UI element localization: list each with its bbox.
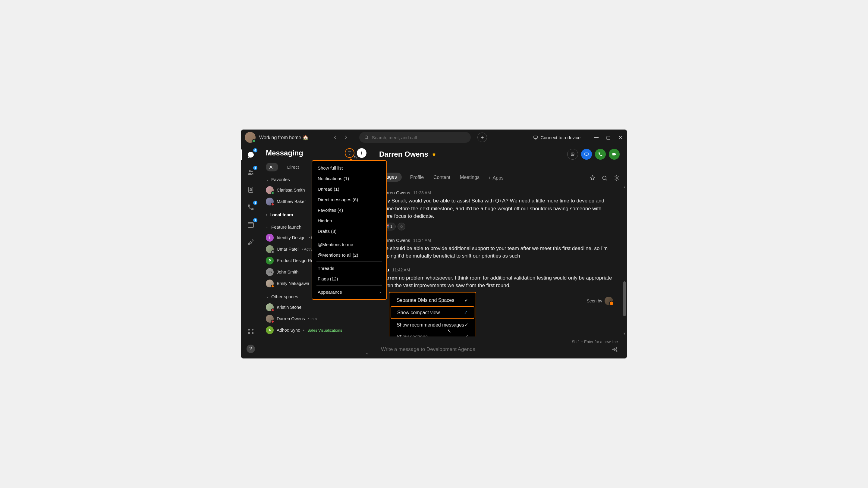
scrollbar[interactable]: ▲ ▼ — [622, 184, 627, 336]
rail-teams[interactable]: 1 — [245, 166, 257, 178]
search-box[interactable] — [359, 132, 471, 143]
menu-direct-messages[interactable]: Direct messages (6) — [312, 194, 386, 205]
tab-meetings[interactable]: Meetings — [459, 172, 481, 184]
check-icon: ✓ — [464, 310, 468, 315]
rail-badge: 1 — [253, 200, 258, 205]
list-item[interactable]: A Adhoc Sync • Sales Visualizations — [260, 324, 372, 336]
search-in-chat-button[interactable] — [601, 175, 608, 181]
maximize-button[interactable]: ▢ — [605, 135, 611, 140]
message-body: Darren no problem whatsoever. I think ro… — [381, 274, 613, 290]
svg-point-5 — [250, 189, 252, 190]
svg-rect-15 — [613, 153, 615, 156]
rail-network[interactable] — [245, 236, 257, 248]
send-button[interactable] — [612, 347, 618, 352]
sidebar-scroll-down[interactable] — [365, 351, 370, 356]
seen-by-avatar[interactable] — [604, 297, 613, 305]
screen-icon — [584, 152, 589, 157]
menu-unread[interactable]: Unread (1) — [312, 184, 386, 194]
tab-content[interactable]: Content — [432, 172, 452, 184]
rail-calendar[interactable]: 1 — [245, 219, 257, 231]
appearance-compact-view[interactable]: Show compact view ✓ — [391, 306, 474, 319]
check-icon: ✓ — [464, 334, 468, 336]
appearance-sections[interactable]: Show sections ✓ — [391, 331, 474, 336]
message-body: We should be able to provide additional … — [381, 245, 613, 260]
search-icon — [601, 175, 608, 181]
chevron-down-icon — [365, 351, 370, 356]
message-list: Darren Owens 11:23 AM Hey Sonali, would … — [372, 184, 622, 336]
nav-rail: 4 1 1 1 ? — [241, 145, 260, 358]
connect-device-button[interactable]: Connect to a device — [533, 135, 581, 140]
menu-threads[interactable]: Threads — [312, 263, 386, 273]
compose-input[interactable] — [381, 347, 607, 352]
list-item[interactable]: Darren Owens • In a — [260, 313, 372, 324]
pin-button[interactable] — [590, 175, 595, 181]
svg-point-17 — [616, 177, 618, 179]
send-icon — [612, 347, 618, 352]
help-icon: ? — [247, 345, 255, 353]
video-call-button[interactable] — [609, 149, 620, 160]
rail-calls[interactable]: 1 — [245, 201, 257, 213]
new-message-button[interactable] — [357, 148, 367, 158]
rail-contacts[interactable] — [245, 184, 257, 196]
svg-rect-12 — [252, 332, 253, 334]
svg-point-3 — [251, 171, 253, 172]
menu-favorites[interactable]: Favorites (4) — [312, 205, 386, 216]
filter-button[interactable] — [345, 148, 354, 158]
message-time: 11:23 AM — [413, 190, 431, 195]
app-window: Working from home 🏠 Connect to a device … — [241, 130, 627, 358]
settings-button[interactable] — [614, 175, 620, 181]
add-app-button[interactable]: + Apps — [488, 175, 504, 181]
chevron-down-icon: ⌄ — [266, 177, 269, 182]
search-input[interactable] — [372, 135, 466, 140]
phone-icon — [598, 152, 603, 157]
menu-hidden[interactable]: Hidden — [312, 216, 386, 226]
composer-hint: Shift + Enter for a new line — [381, 339, 618, 344]
menu-show-full-list[interactable]: Show full list — [312, 163, 386, 173]
rail-help[interactable]: ? — [245, 343, 257, 355]
chevron-down-icon: ⌄ — [266, 295, 269, 299]
menu-mentions-all[interactable]: @Mentions to all (2) — [312, 250, 386, 260]
screen-share-button[interactable] — [581, 149, 592, 160]
rail-badge: 1 — [253, 165, 258, 170]
menu-flags[interactable]: Flags (12) — [312, 273, 386, 284]
appearance-separate-dms[interactable]: Separate DMs and Spaces ✓ — [391, 294, 474, 306]
scroll-down[interactable]: ▼ — [622, 330, 627, 336]
rail-badge: 4 — [253, 148, 258, 153]
forward-button[interactable] — [341, 133, 351, 142]
svg-rect-6 — [248, 223, 253, 227]
window-controls: — ▢ ✕ — [593, 135, 623, 140]
list-item[interactable]: Kristin Stone — [260, 301, 372, 313]
apps-icon — [247, 328, 254, 335]
appearance-recommended[interactable]: Show recommended messages ✓ — [391, 319, 474, 331]
menu-notifications[interactable]: Notifications (1) — [312, 173, 386, 184]
user-avatar[interactable] — [245, 132, 255, 143]
add-button[interactable] — [477, 133, 487, 142]
add-reaction-button[interactable]: ☺ — [398, 223, 405, 230]
message-body: Hey Sonali, would you be able to assist … — [381, 197, 613, 220]
plus-icon: + — [488, 175, 491, 181]
menu-mentions-me[interactable]: @Mentions to me — [312, 239, 386, 250]
pin-icon — [590, 175, 595, 181]
share-icon — [570, 152, 575, 157]
close-button[interactable]: ✕ — [617, 135, 623, 140]
svg-rect-1 — [534, 136, 537, 138]
minimize-button[interactable]: — — [593, 135, 599, 140]
scroll-up[interactable]: ▲ — [622, 184, 627, 190]
status-text[interactable]: Working from home 🏠 — [259, 135, 309, 140]
composer: Shift + Enter for a new line — [372, 336, 627, 358]
favorite-star-icon[interactable]: ★ — [431, 151, 437, 158]
chat-title: Darren Owens — [379, 150, 428, 158]
menu-drafts[interactable]: Drafts (3) — [312, 226, 386, 236]
svg-point-0 — [365, 136, 367, 138]
back-button[interactable] — [330, 133, 340, 142]
tab-profile[interactable]: Profile — [409, 172, 425, 184]
menu-appearance[interactable]: Appearance › — [312, 287, 386, 297]
message-time: 11:34 AM — [413, 238, 431, 243]
rail-messaging[interactable]: 4 — [245, 149, 257, 161]
audio-call-button[interactable] — [595, 149, 606, 160]
rail-more-apps[interactable] — [245, 325, 257, 337]
filter-icon — [347, 151, 352, 156]
tab-direct[interactable]: Direct — [284, 163, 303, 171]
tab-all[interactable]: All — [266, 163, 278, 171]
share-content-button[interactable] — [567, 149, 578, 160]
